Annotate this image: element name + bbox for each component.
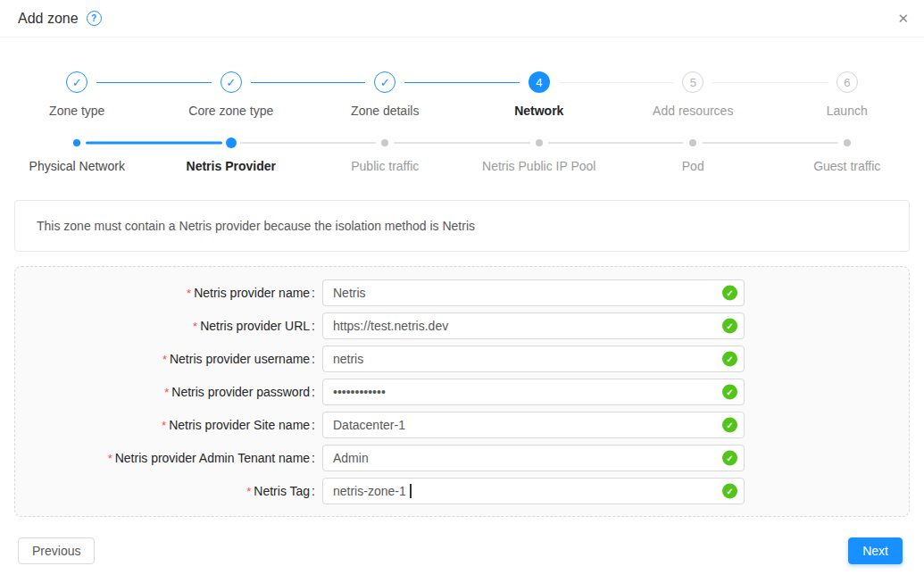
valid-check-icon: ✓ (722, 351, 737, 366)
network-substep: Physical Network (0, 137, 154, 173)
step-status-icon: ✓ (374, 71, 395, 93)
previous-button[interactable]: Previous (18, 537, 95, 564)
substep-dot-icon (689, 139, 696, 146)
substep-label: Public traffic (351, 159, 419, 173)
required-asterisk: * (193, 320, 197, 333)
field-input-wrap: ✓ (322, 412, 745, 438)
field-label-text: Netris provider Admin Tenant name (115, 451, 310, 465)
substep-dot-row (154, 137, 309, 148)
label-colon: : (312, 385, 315, 399)
field-label-text: Netris provider password (171, 385, 310, 399)
field-label-text: Netris provider URL (200, 319, 310, 333)
label-colon: : (312, 484, 315, 498)
field-input[interactable] (322, 346, 745, 372)
wizard-step: ✓ Core zone type (154, 71, 309, 118)
substep-dot-icon (536, 139, 543, 146)
field-label: *Netris provider name: (15, 286, 315, 300)
step-label: Core zone type (188, 104, 273, 118)
required-asterisk: * (108, 452, 112, 465)
field-input[interactable] (322, 412, 745, 438)
step-status-icon: 5 (682, 71, 703, 93)
wizard-stepper: ✓ Zone type ✓ Core zone type ✓ Zone deta… (0, 71, 924, 118)
required-asterisk: * (246, 485, 251, 498)
substep-dot-row (0, 137, 154, 148)
field-label-text: Netris provider Site name (169, 418, 310, 432)
field-label: *Netris provider URL: (15, 319, 315, 333)
form-row: *Netris provider URL: ✓ (15, 309, 909, 342)
substep-dot-row (308, 137, 462, 148)
field-input[interactable] (322, 312, 745, 339)
label-colon: : (312, 352, 315, 366)
close-icon[interactable]: ✕ (897, 12, 909, 25)
field-label: *Netris provider username: (15, 352, 315, 366)
substep-label: Guest traffic (813, 159, 880, 173)
form-row: *Netris provider Site name: ✓ (15, 408, 909, 441)
field-label: *Netris provider Site name: (15, 418, 315, 432)
text-cursor (410, 484, 412, 498)
field-input-wrap: ✓ (322, 312, 745, 339)
notice-panel: This zone must contain a Netris provider… (14, 200, 910, 252)
substep-dot-row (770, 137, 924, 148)
valid-check-icon: ✓ (722, 384, 737, 399)
wizard-step: ✓ Zone type (0, 71, 154, 118)
form-row: *Netris provider Admin Tenant name: ✓ (15, 441, 909, 474)
field-label: *Netris Tag: (15, 484, 315, 498)
field-label: *Netris provider Admin Tenant name: (15, 451, 315, 465)
field-label: *Netris provider password: (15, 385, 315, 399)
field-input[interactable] (322, 379, 745, 405)
substep-dot-icon (226, 137, 237, 148)
field-input-wrap: ✓ (322, 445, 745, 471)
valid-check-icon: ✓ (722, 450, 737, 465)
substep-dot-icon (844, 139, 851, 146)
label-colon: : (312, 418, 315, 432)
network-substep: Netris Public IP Pool (462, 137, 617, 173)
wizard-step: ✓ Zone details (308, 71, 462, 118)
step-label: Zone type (49, 104, 104, 118)
substep-dot-row (616, 137, 770, 148)
network-substepper: Physical Network Netris Provider Public … (0, 137, 924, 173)
substep-dot-icon (381, 139, 388, 146)
field-label-text: Netris Tag (254, 484, 310, 498)
step-status-icon: 6 (837, 71, 858, 93)
step-label: Zone details (351, 104, 419, 118)
field-input[interactable] (322, 445, 745, 471)
wizard-step: 4 Network (462, 71, 617, 118)
network-substep: Guest traffic (770, 137, 924, 173)
valid-check-icon: ✓ (722, 417, 737, 432)
substep-label: Netris Provider (187, 159, 276, 173)
dialog-title: Add zone (18, 11, 79, 27)
substep-label: Physical Network (29, 159, 125, 173)
field-input[interactable] (322, 478, 745, 504)
label-colon: : (312, 319, 315, 333)
step-label: Launch (827, 104, 868, 118)
help-icon[interactable]: ? (87, 11, 102, 26)
required-asterisk: * (162, 419, 166, 432)
form-row: *Netris provider username: ✓ (15, 342, 909, 375)
step-label: Network (514, 104, 563, 118)
field-label-text: Netris provider username (170, 352, 310, 366)
netris-provider-form: *Netris provider name: ✓ *Netris provide… (14, 266, 910, 517)
step-status-icon: 4 (529, 71, 550, 93)
valid-check-icon: ✓ (722, 483, 737, 498)
step-status-icon: ✓ (221, 71, 242, 93)
required-asterisk: * (187, 287, 191, 300)
step-label: Add resources (653, 104, 733, 118)
substep-dot-row (462, 137, 617, 148)
notice-text: This zone must contain a Netris provider… (37, 219, 475, 233)
network-substep: Netris Provider (154, 137, 309, 173)
field-input-wrap: ✓ (322, 478, 745, 504)
substep-label: Pod (682, 159, 704, 173)
dialog-footer: Previous Next (0, 537, 924, 564)
field-input-wrap: ✓ (322, 379, 745, 405)
field-input-wrap: ✓ (322, 279, 745, 306)
substep-dot-icon (73, 139, 80, 146)
form-row: *Netris provider password: ✓ (15, 375, 909, 408)
wizard-step: 6 Launch (770, 71, 924, 118)
next-button[interactable]: Next (848, 537, 903, 564)
valid-check-icon: ✓ (722, 285, 737, 300)
label-colon: : (312, 286, 315, 300)
label-colon: : (312, 451, 315, 465)
form-row: *Netris Tag: ✓ (15, 474, 909, 507)
field-label-text: Netris provider name (194, 286, 310, 300)
field-input[interactable] (322, 279, 745, 306)
